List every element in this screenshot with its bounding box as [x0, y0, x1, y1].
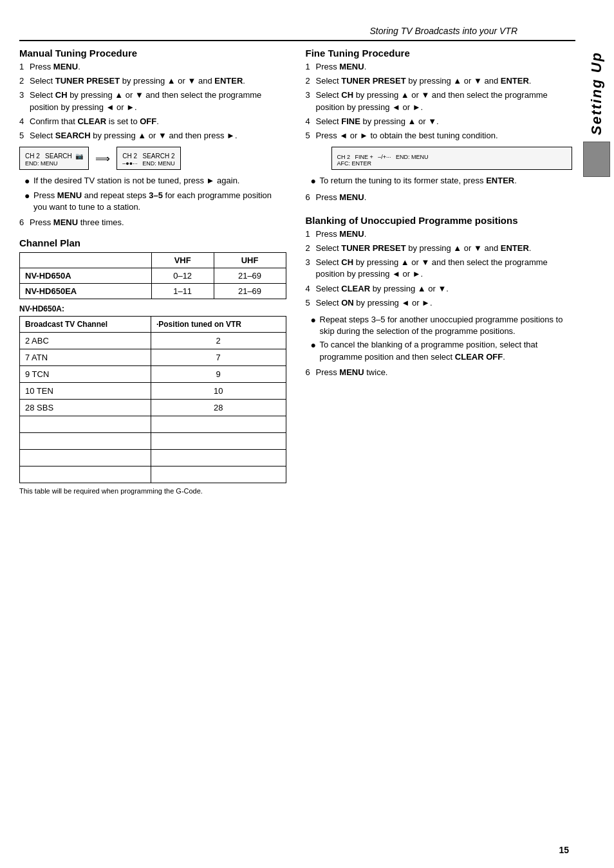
table-row: 9 TCN 9 — [20, 366, 286, 383]
bl-step-6: 6 Press MENU twice. — [306, 367, 573, 378]
step-4: 4 Confirm that CLEAR is set to OFF. — [19, 116, 286, 127]
arrow-icon: ⟹ — [95, 152, 110, 165]
bl-step-5: 5 Select ON by pressing ◄ or ►. — [306, 297, 573, 309]
table-row: 2 ABC 2 — [20, 333, 286, 349]
side-tab: Setting Up — [579, 0, 614, 868]
table-row: NV-HD650EA 1–11 21–69 — [20, 284, 286, 299]
table-row: 28 SBS 28 — [20, 400, 286, 416]
bl-bullet-2: ● To cancel the blanking of a programme … — [311, 339, 573, 362]
manual-tuning-section: Manual Tuning Procedure 1 Press MENU. 2 … — [19, 48, 286, 228]
side-tab-label: Setting Up — [588, 51, 605, 135]
manual-tuning-title: Manual Tuning Procedure — [19, 48, 286, 59]
ft-step-3: 3 Select CH by pressing ▲ or ▼ and then … — [306, 89, 573, 113]
step-1: 1 Press MENU. — [19, 61, 286, 73]
bullet-1: ● If the desired TV station is not be tu… — [24, 175, 286, 188]
header-title: Storing TV Broadcasts into your VTR — [369, 26, 517, 36]
ft-step-2: 2 Select TUNER PRESET by pressing ▲ or ▼… — [306, 75, 573, 87]
bullet-2: ● Press MENU and repeat steps 3–5 for ea… — [24, 190, 286, 213]
manual-tuning-steps: 1 Press MENU. 2 Select TUNER PRESET by p… — [19, 61, 286, 142]
manual-tuning-step6: 6 Press MENU three times. — [19, 217, 286, 228]
channel-plan-section: Channel Plan VHF UHF NV-HD650A 0–12 — [19, 237, 286, 495]
table-note: This table will be required when program… — [19, 487, 286, 495]
side-tab-image — [583, 142, 610, 177]
ft-step-6: 6 Press MENU. — [306, 192, 573, 203]
main-content: Manual Tuning Procedure 1 Press MENU. 2 … — [19, 41, 572, 495]
blanking-bullets: ● Repeat steps 3–5 for another unoccupie… — [311, 314, 573, 363]
right-column: Fine Tuning Procedure 1 Press MENU. 2 Se… — [299, 48, 573, 495]
fine-tuning-bullets: ● To return the tuning to its former sta… — [311, 175, 573, 188]
table-row: 7 ATN 7 — [20, 349, 286, 366]
fine-tuning-steps: 1 Press MENU. 2 Select TUNER PRESET by p… — [306, 61, 573, 142]
nv-label: NV-HD650A: — [19, 304, 286, 313]
table-row — [20, 450, 286, 466]
table-row — [20, 466, 286, 483]
bl-step-2: 2 Select TUNER PRESET by pressing ▲ or ▼… — [306, 243, 573, 254]
table-row: NV-HD650A 0–12 21–69 — [20, 268, 286, 284]
page: Setting Up Storing TV Broadcasts into yo… — [0, 0, 614, 868]
col-position: ·Position tuned on VTR — [151, 317, 286, 333]
fine-screen-box: CH 2 FINE + –/+··· END: MENUAFC: ENTER — [331, 147, 573, 170]
col-header-uhf: UHF — [214, 253, 286, 268]
screen-box-2: CH 2 SEARCH 2–●●··· END: MENU — [116, 147, 181, 170]
page-number: 15 — [559, 845, 569, 855]
screen-mockup-area: CH 2 SEARCH 📷END: MENU ⟹ CH 2 SEARCH 2–●… — [19, 147, 286, 170]
table-row — [20, 416, 286, 433]
ft-step6-list: 6 Press MENU. — [306, 192, 573, 203]
col-broadcast: Broadcast TV Channel — [20, 317, 151, 333]
col-header-model — [20, 253, 152, 268]
manual-tuning-bullets: ● If the desired TV station is not be tu… — [24, 175, 286, 213]
col-header-vhf: VHF — [151, 253, 214, 268]
page-header: Storing TV Broadcasts into your VTR — [19, 19, 575, 41]
broadcast-table: Broadcast TV Channel ·Position tuned on … — [19, 316, 286, 483]
fine-screen-area: CH 2 FINE + –/+··· END: MENUAFC: ENTER — [331, 147, 573, 170]
blanking-steps: 1 Press MENU. 2 Select TUNER PRESET by p… — [306, 228, 573, 309]
fine-tuning-title: Fine Tuning Procedure — [306, 48, 573, 59]
blanking-section: Blanking of Unoccupied Programme positio… — [306, 215, 573, 378]
step-3: 3 Select CH by pressing ▲ or ▼ and then … — [19, 89, 286, 113]
table-row: 10 TEN 10 — [20, 383, 286, 400]
screen-box-1: CH 2 SEARCH 📷END: MENU — [19, 147, 89, 170]
bl-step-4: 4 Select CLEAR by pressing ▲ or ▼. — [306, 283, 573, 295]
channel-plan-title: Channel Plan — [19, 237, 286, 248]
ft-step-5: 5 Press ◄ or ► to obtain the best tuning… — [306, 130, 573, 142]
ft-bullet-1: ● To return the tuning to its former sta… — [311, 175, 573, 188]
table-row — [20, 433, 286, 450]
step-5: 5 Select SEARCH by pressing ▲ or ▼ and t… — [19, 130, 286, 142]
bl-step-3: 3 Select CH by pressing ▲ or ▼ and then … — [306, 257, 573, 280]
step-2: 2 Select TUNER PRESET by pressing ▲ or ▼… — [19, 75, 286, 87]
bl-step-1: 1 Press MENU. — [306, 228, 573, 240]
blanking-title: Blanking of Unoccupied Programme positio… — [306, 215, 573, 226]
fine-tuning-section: Fine Tuning Procedure 1 Press MENU. 2 Se… — [306, 48, 573, 203]
ft-step-4: 4 Select FINE by pressing ▲ or ▼. — [306, 116, 573, 127]
step-6: 6 Press MENU three times. — [19, 217, 286, 228]
channel-plan-table: VHF UHF NV-HD650A 0–12 21–69 NV-HD650EA … — [19, 252, 286, 299]
bl-step6-list: 6 Press MENU twice. — [306, 367, 573, 378]
left-column: Manual Tuning Procedure 1 Press MENU. 2 … — [19, 48, 299, 495]
bl-bullet-1: ● Repeat steps 3–5 for another unoccupie… — [311, 314, 573, 337]
ft-step-1: 1 Press MENU. — [306, 61, 573, 73]
